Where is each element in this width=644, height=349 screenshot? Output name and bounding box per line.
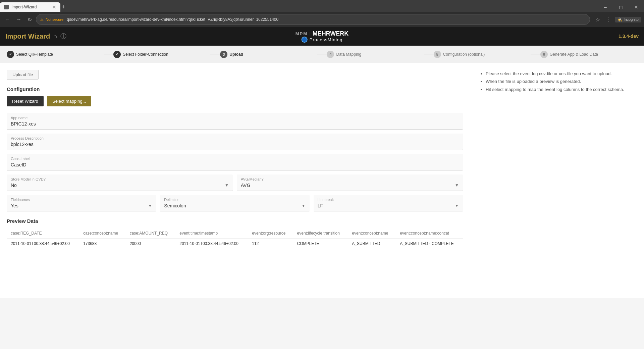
case-label-input[interactable] — [11, 162, 459, 167]
info-list: Please select the event log csv-file or … — [480, 70, 634, 93]
incognito-icon: 🕵 — [618, 17, 622, 22]
wizard-step-2[interactable]: ✓ Select Folder-Connection — [113, 51, 210, 58]
avg-median-field: AVG/Median? AVG ▼ — [237, 174, 463, 191]
logo-separator: | — [310, 32, 311, 36]
close-button[interactable]: ✕ — [629, 1, 644, 13]
store-model-value-row: No ▼ — [11, 183, 229, 188]
upload-file-button[interactable]: Upload file — [7, 70, 39, 80]
cell-timestamp: 2011-10-01T00:38:44.546+02:00 — [175, 239, 248, 249]
back-button[interactable]: ← — [3, 15, 12, 24]
linebreak-value-row: LF ▼ — [318, 203, 459, 208]
security-icon: ⚠ — [40, 17, 44, 22]
process-description-label: Process Description — [11, 136, 459, 140]
preview-table: case:REG_DATE case:concept:name case:AMO… — [7, 228, 463, 249]
col-header-amount-req: case:AMOUNT_REQ — [126, 228, 176, 239]
bookmark-button[interactable]: ☆ — [593, 15, 602, 24]
logo-bottom: ProcessMining — [302, 37, 342, 43]
wizard-step-3[interactable]: 3 Upload — [220, 51, 317, 58]
app-name-input[interactable] — [11, 121, 459, 127]
avg-median-arrow-icon[interactable]: ▼ — [455, 183, 459, 188]
info-icon[interactable]: ⓘ — [60, 32, 66, 40]
store-model-arrow-icon[interactable]: ▼ — [225, 183, 229, 188]
preview-table-head: case:REG_DATE case:concept:name case:AMO… — [7, 228, 463, 239]
step-4-circle: 4 — [327, 51, 334, 58]
info-item-1: Please select the event log csv-file or … — [486, 70, 634, 78]
col-header-transition: event:lifecycle:transition — [293, 228, 348, 239]
avg-median-value: AVG — [241, 183, 251, 188]
left-panel: Upload file Configuration Reset Wizard S… — [0, 63, 470, 298]
tab-label: Import-Wizard — [11, 5, 37, 9]
step-divider-1 — [104, 54, 113, 54]
app-title: Import Wizard — [5, 33, 50, 40]
wizard-step-4[interactable]: 4 Data Mapping — [327, 51, 424, 58]
wizard-step-5[interactable]: 5 Configuration (optional) — [434, 51, 531, 58]
linebreak-value: LF — [318, 203, 323, 208]
preview-table-wrapper: case:REG_DATE case:concept:name case:AMO… — [7, 228, 463, 249]
logo-mehrwerk: MEHRWERK — [313, 30, 349, 37]
home-icon[interactable]: ⌂ — [53, 33, 57, 40]
wizard-step-6[interactable]: 6 Generate App & Load Data — [540, 51, 637, 58]
process-description-field: Process Description — [7, 134, 463, 150]
configuration-title: Configuration — [7, 86, 463, 92]
delimiter-value-row: Semicolon ▼ — [164, 203, 305, 208]
new-tab-button[interactable]: + — [62, 4, 65, 11]
browser-tab-bar: Import-Wizard ✕ + – ◻ ✕ — [0, 0, 644, 12]
fieldnames-value-row: Yes ▼ — [11, 203, 152, 208]
store-model-value: No — [11, 183, 17, 188]
info-item-2: When the file is uploaded a preview is g… — [486, 78, 634, 85]
forward-button[interactable]: → — [14, 15, 23, 24]
right-panel: Please select the event log csv-file or … — [470, 63, 644, 298]
security-label: Not secure — [46, 17, 63, 21]
menu-button[interactable]: ⋮ — [603, 15, 613, 24]
window-controls: – ◻ ✕ — [598, 1, 644, 13]
info-item-3: Hit select mapping to map the event log … — [486, 86, 634, 93]
fieldnames-arrow-icon[interactable]: ▼ — [148, 203, 152, 208]
reload-button[interactable]: ↻ — [25, 15, 34, 24]
fieldnames-value: Yes — [11, 203, 18, 208]
step-divider-3 — [317, 54, 327, 54]
browser-tab-active[interactable]: Import-Wizard ✕ — [0, 2, 60, 12]
preview-title: Preview Data — [7, 218, 463, 224]
tab-close-button[interactable]: ✕ — [52, 4, 56, 10]
step-1-label: Select Qlik-Template — [16, 52, 53, 57]
wizard-step-1[interactable]: ✓ Select Qlik-Template — [7, 51, 104, 58]
tab-favicon — [4, 5, 9, 9]
linebreak-arrow-icon[interactable]: ▼ — [455, 203, 459, 208]
logo-section: MPM | MEHRWERK ProcessMining — [296, 30, 349, 43]
col-header-timestamp: event:time:timestamp — [175, 228, 248, 239]
incognito-label: Incognito — [624, 17, 639, 21]
cell-amount-req: 20000 — [126, 239, 176, 249]
fieldnames-field: Fieldnames Yes ▼ — [7, 195, 156, 211]
col-header-reg-date: case:REG_DATE — [7, 228, 79, 239]
minimize-button[interactable]: – — [598, 1, 613, 13]
delimiter-label: Delimiter — [164, 198, 305, 202]
preview-header-row: case:REG_DATE case:concept:name case:AMO… — [7, 228, 463, 239]
linebreak-label: Linebreak — [318, 198, 459, 202]
address-bar[interactable]: ⚠ Not secure qsdev.mehrwerk-ag.de/resour… — [36, 14, 590, 25]
step-divider-2 — [210, 54, 220, 54]
restore-button[interactable]: ◻ — [613, 1, 629, 13]
fieldnames-label: Fieldnames — [11, 198, 152, 202]
preview-table-body: 2011-10-01T00:38:44.546+02:00 173688 200… — [7, 239, 463, 249]
linebreak-field: Linebreak LF ▼ — [314, 195, 463, 211]
avg-median-label: AVG/Median? — [241, 177, 459, 181]
reset-wizard-button[interactable]: Reset Wizard — [7, 96, 44, 106]
delimiter-arrow-icon[interactable]: ▼ — [302, 203, 306, 208]
delimiter-field: Delimiter Semicolon ▼ — [160, 195, 309, 211]
step-3-label: Upload — [229, 52, 243, 57]
logo-process-mining: ProcessMining — [310, 37, 342, 42]
nav-extra-buttons: ☆ ⋮ — [593, 15, 613, 24]
logo-text: MPM | MEHRWERK — [296, 30, 349, 37]
col-header-event-name: event:concept:name — [348, 228, 396, 239]
incognito-badge: 🕵 Incognito — [615, 17, 641, 22]
select-mapping-button[interactable]: Select mapping... — [47, 96, 91, 106]
delimiter-value: Semicolon — [164, 203, 186, 208]
step-divider-5 — [531, 54, 540, 54]
case-label-field: Case-Label — [7, 154, 463, 170]
table-row: 2011-10-01T00:38:44.546+02:00 173688 200… — [7, 239, 463, 249]
action-buttons: Reset Wizard Select mapping... — [7, 96, 463, 106]
store-model-field: Store Model in QVD? No ▼ — [7, 174, 233, 191]
version-badge: 1.3.4-dev — [619, 34, 639, 39]
step-3-circle: 3 — [220, 51, 227, 58]
process-description-input[interactable] — [11, 142, 459, 147]
